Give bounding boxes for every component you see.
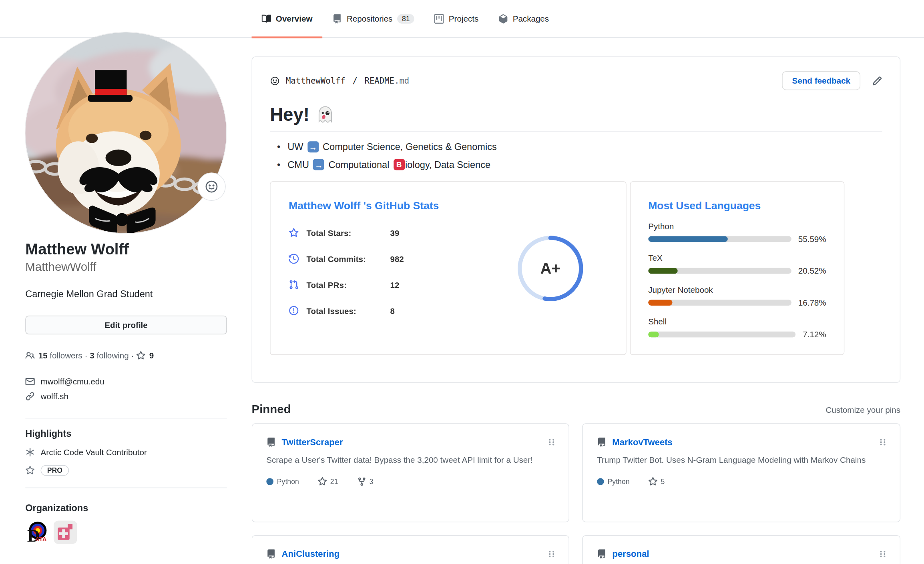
bullet-dot: • [270,142,287,152]
drag-handle-icon[interactable] [880,549,886,559]
repo-stars[interactable]: 21 [318,477,338,486]
b-button-emoji: B [394,159,405,170]
readme-breadcrumb: MatthewWolff / README.md [270,76,409,86]
profile-avatar[interactable] [25,32,226,233]
arrow-right-emoji: → [307,141,319,152]
repo-icon [333,14,342,24]
arrow-right-emoji: → [313,159,324,170]
tab-packages-label: Packages [513,14,549,24]
most-used-languages-card: Most Used Languages Python 55.59% TeX 20… [630,181,845,355]
book-icon [262,14,271,24]
edit-profile-button[interactable]: Edit profile [25,315,227,334]
sidebar-divider [25,418,227,419]
rank-circle: A+ [515,233,586,304]
drag-handle-icon[interactable] [548,549,554,559]
link-icon [25,391,35,401]
pro-badge: PRO [41,465,69,475]
repo-icon [266,437,276,447]
drag-handle-icon[interactable] [548,437,554,447]
email-link[interactable]: mwolff@cmu.edu [41,376,104,386]
language-bar [648,332,795,338]
readme-user-link[interactable]: MatthewWolff [286,76,345,86]
smiley-icon [205,180,219,194]
main-content: MatthewWolff / README.md Send feedback H… [252,56,901,564]
repo-language: Python [597,478,629,486]
language-bar [648,300,791,306]
pro-highlight: PRO [25,465,227,475]
send-feedback-button[interactable]: Send feedback [782,71,861,90]
profile-name: Matthew Wolff [25,240,227,259]
star-icon [318,477,327,486]
language-row-python: Python 55.59% [648,221,826,244]
star-icon [649,477,658,486]
svg-text:ATA: ATA [35,536,46,542]
readme-filename[interactable]: README.md [365,76,410,86]
following-link[interactable]: 3 following [90,351,129,360]
repo-icon [597,437,607,447]
set-status-button[interactable] [197,172,226,201]
repo-link[interactable]: personal [612,549,649,559]
highlights-title: Highlights [25,428,227,439]
breadcrumb-separator: / [352,76,359,86]
follow-stats: 15 followers · 3 following · 9 [25,351,227,360]
organizations-list: D ATA [25,520,227,544]
dot-separator: · [131,351,134,360]
readme-bullet-uw: • UW → Computer Science, Genetics & Geno… [270,141,882,152]
mail-icon [25,376,35,386]
sidebar-divider [25,487,227,488]
arctic-label: Arctic Code Vault Contributor [41,447,147,457]
customize-pins-link[interactable]: Customize your pins [826,405,900,414]
tab-projects-label: Projects [449,14,478,24]
repo-icon [266,549,276,559]
readme-bullet-cmu: • CMU → Computational B iology, Data Sci… [270,159,882,170]
ghost-emoji [315,105,335,125]
star-icon [25,466,35,475]
starred-link[interactable]: 9 [149,351,154,360]
readme-bullet-list: • UW → Computer Science, Genetics & Geno… [270,141,882,170]
profile-sidebar: Matthew Wolff MatthewWolff Carnegie Mell… [25,32,227,544]
drag-handle-icon[interactable] [880,437,886,447]
repo-forks[interactable]: 3 [357,477,374,486]
pinned-grid: TwitterScraper Scrape a User's Twitter d… [252,423,901,564]
history-icon [289,254,299,264]
pinned-card-personal: personal [582,535,900,564]
repo-stars[interactable]: 5 [649,477,665,486]
profile-bio: Carnegie Mellon Grad Student [25,289,227,299]
repo-link[interactable]: MarkovTweets [612,437,673,447]
tab-projects[interactable]: Projects [424,0,488,38]
github-profile-page: Overview Repositories 81 Projects Packa [0,0,924,564]
org-avatar-dotdata[interactable]: D ATA [25,520,49,544]
readme-heading: Hey! [270,104,882,132]
email-row: mwolff@cmu.edu [25,376,227,386]
language-bar [648,236,791,242]
github-stats-card: Matthew Wolff 's GitHub Stats Total Star… [270,181,627,355]
edit-readme-button[interactable] [872,76,882,86]
smiley-icon [270,76,280,86]
issue-opened-icon [289,306,299,316]
website-link[interactable]: wolff.sh [41,391,69,401]
languages-card-title: Most Used Languages [648,200,826,212]
repo-link[interactable]: TwitterScraper [282,437,343,447]
tab-overview[interactable]: Overview [252,0,323,38]
stats-card-title: Matthew Wolff 's GitHub Stats [289,200,607,212]
repo-language: Python [266,478,299,486]
bullet-dot: • [270,159,287,170]
language-row-tex: TeX 20.52% [648,253,826,276]
tab-repositories-label: Repositories [347,14,393,24]
tab-repositories[interactable]: Repositories 81 [323,0,425,38]
language-dot [597,478,604,485]
profile-readme-card: MatthewWolff / README.md Send feedback H… [252,56,901,382]
arctic-highlight[interactable]: Arctic Code Vault Contributor [25,447,227,457]
language-row-jupyter: Jupyter Notebook 16.78% [648,285,826,307]
repo-link[interactable]: AniClustering [282,549,340,559]
repositories-count-badge: 81 [397,14,414,24]
star-icon [136,351,146,360]
profile-username: MatthewWolff [25,260,227,274]
tab-packages[interactable]: Packages [488,0,559,38]
pinned-card-markovtweets: MarkovTweets Trump Twitter Bot. Uses N-G… [582,423,900,522]
org-avatar-medical[interactable] [54,520,77,544]
followers-link[interactable]: 15 followers [38,351,82,360]
language-bar [648,268,791,274]
pinned-card-aniclustering: AniClustering [252,535,569,564]
website-row: wolff.sh [25,391,227,401]
